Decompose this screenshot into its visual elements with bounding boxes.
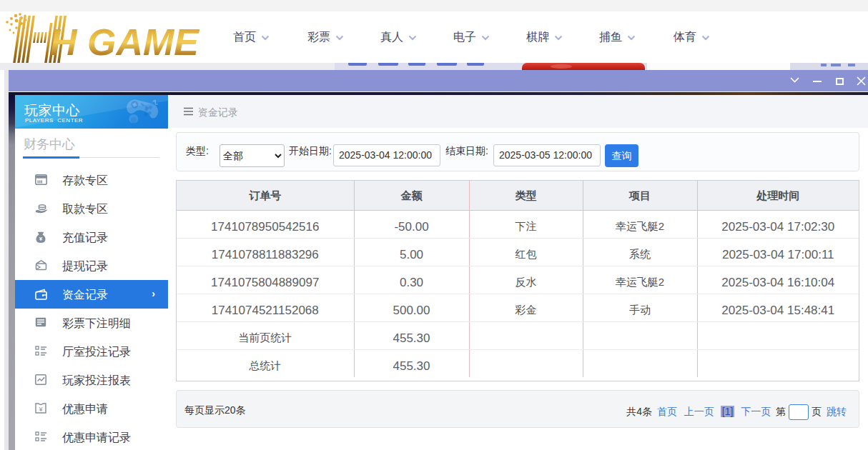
svg-text:H GAME: H GAME [50,21,199,63]
svg-text:¥: ¥ [39,406,43,413]
svg-text:¥: ¥ [39,236,43,242]
